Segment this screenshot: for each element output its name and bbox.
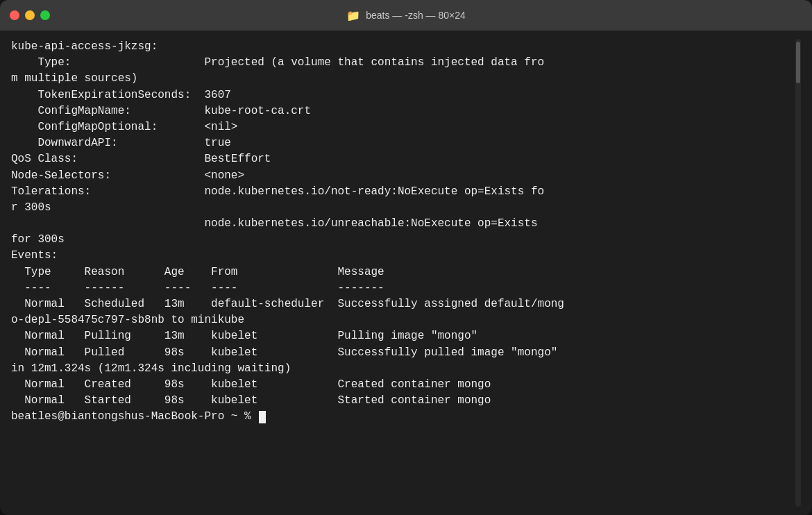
scrollbar-thumb[interactable] [796,42,800,83]
traffic-lights [10,10,50,20]
window-title-text: beats — -zsh — 80×24 [366,10,466,21]
terminal-output: kube-api-access-jkzsg: Type: Projected (… [11,39,793,409]
prompt-line: beatles@biantongshus-MacBook-Pro ~ % [11,409,793,425]
close-button[interactable] [10,10,19,20]
terminal-window: 📁 beats — -zsh — 80×24 kube-api-access-j… [0,0,812,515]
titlebar: 📁 beats — -zsh — 80×24 [0,0,812,31]
prompt-text: beatles@biantongshus-MacBook-Pro ~ % [11,409,257,425]
maximize-button[interactable] [40,10,50,20]
terminal-content: kube-api-access-jkzsg: Type: Projected (… [11,39,793,507]
window-title: 📁 beats — -zsh — 80×24 [346,9,466,22]
folder-icon: 📁 [346,9,360,22]
terminal-cursor [259,411,266,423]
terminal-body[interactable]: kube-api-access-jkzsg: Type: Projected (… [0,31,812,515]
scrollbar[interactable] [795,39,801,507]
minimize-button[interactable] [25,10,35,20]
